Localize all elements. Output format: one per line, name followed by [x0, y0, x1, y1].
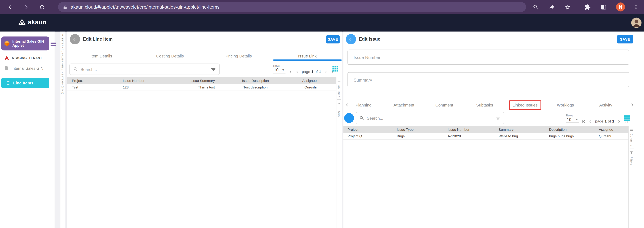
tab-issue-link[interactable]: Issue Link [273, 51, 342, 60]
col-issue-type: Issue Type [397, 127, 448, 131]
issue-number-input[interactable] [354, 55, 623, 60]
akaun-logo[interactable]: akaun [18, 18, 46, 25]
line-item-back-button[interactable] [70, 34, 80, 44]
applet-cube-icon [4, 40, 10, 47]
col-project: Project [348, 127, 397, 131]
rows-per-page-label: Rows [273, 64, 280, 67]
prev-page-icon[interactable] [587, 118, 593, 124]
browser-forward-icon[interactable] [21, 3, 30, 11]
summary-input[interactable] [354, 77, 623, 82]
funnel-icon [630, 151, 634, 155]
lock-icon [63, 5, 67, 9]
tab-costing-details[interactable]: Costing Details [136, 51, 204, 60]
prev-page-icon[interactable] [294, 69, 300, 75]
search-icon [359, 115, 364, 120]
linked-issues-table-header: Project Issue Type Issue Number Summary … [343, 126, 628, 133]
line-item-save-button[interactable]: SAVE [326, 35, 340, 43]
tab-activity[interactable]: Activity [586, 100, 626, 110]
line-item-table-row[interactable]: Test 123 This is test Test description Q… [67, 84, 336, 91]
issue-save-button[interactable]: SAVE [617, 35, 633, 43]
user-avatar[interactable] [631, 18, 642, 28]
tab-linked-issues[interactable]: Linked Issues [505, 100, 545, 110]
akaun-logo-text: akaun [28, 18, 46, 25]
sidebar-collapse-hamburger-icon[interactable] [50, 41, 56, 46]
line-item-table-header: Project Issue Number Issue Summary Issue… [67, 77, 336, 84]
record-tab-index: 1 [62, 31, 64, 36]
next-page-icon[interactable] [616, 118, 622, 124]
tab-pricing-details[interactable]: Pricing Details [204, 51, 273, 60]
col-summary: Summary [498, 127, 549, 131]
filter-list-icon[interactable] [495, 115, 501, 121]
app-header: akaun [0, 14, 644, 32]
add-linked-issue-button[interactable] [344, 113, 354, 123]
linked-issue-table-row[interactable]: Project Q Bugs A-13028 Website bug bugs … [343, 133, 628, 140]
line-item-search-input[interactable] [80, 67, 208, 72]
first-page-icon[interactable] [287, 69, 293, 75]
url-text: akaun.cloud/#/applet/tnt/wavelet/erp/int… [70, 4, 220, 9]
browser-profile-avatar[interactable]: N [616, 2, 625, 12]
line-item-pagination: page 1 of 1 [287, 69, 336, 75]
sidebar-item-tenant[interactable]: STAGING_TENANT [4, 55, 42, 61]
browser-bookmark-star-icon[interactable] [564, 3, 572, 11]
issue-panel-title: Edit Issue [359, 36, 380, 41]
linked-issues-search-box [356, 112, 504, 124]
browser-address-bar[interactable]: akaun.cloud/#/applet/tnt/wavelet/erp/int… [58, 2, 526, 12]
browser-menu-dots-icon[interactable] [632, 3, 640, 11]
grid-view-icon[interactable] [331, 64, 340, 74]
record-vertical-tab[interactable]: 1 INTERNAL SALES GIN LINE ITEMS (6746) [60, 31, 65, 228]
filter-list-icon[interactable] [211, 67, 216, 72]
edit-issue-panel: Edit Issue SAVE Planning Attachment Comm… [343, 31, 644, 228]
filters-toggle[interactable]: Filters [630, 157, 633, 166]
browser-side-panel-icon[interactable] [599, 3, 608, 11]
tab-worklogs[interactable]: Worklogs [545, 100, 586, 110]
sidebar-module-label: Internal Sales GIN [12, 66, 44, 70]
first-page-icon[interactable] [580, 118, 586, 124]
rows-per-page-value: 10 [567, 117, 572, 122]
columns-toggle[interactable]: Columns [630, 134, 633, 146]
col-issue-summary: Issue Summary [174, 79, 215, 83]
right-table-side-rail: Columns Filters [628, 126, 634, 228]
line-item-search-box [70, 64, 220, 75]
tab-planning[interactable]: Planning [343, 100, 384, 110]
record-tab-label: INTERNAL SALES GIN LINE ITEMS (6746) [61, 38, 64, 94]
col-assignee: Assignee [599, 127, 628, 131]
col-issue-number: Issue Number [123, 79, 174, 83]
edit-line-item-panel: Edit Line Item SAVE Item Details Costing… [67, 31, 342, 228]
funnel-icon [337, 102, 341, 106]
rail-divider [337, 100, 341, 100]
col-project: Project [72, 79, 123, 83]
tab-item-details[interactable]: Item Details [67, 51, 136, 60]
document-icon [4, 65, 9, 71]
linked-issues-search-input[interactable] [367, 116, 493, 120]
columns-toggle[interactable]: Columns [338, 85, 340, 97]
columns-lines-icon [337, 79, 341, 83]
tab-comment[interactable]: Comment [424, 100, 464, 110]
tab-attachment[interactable]: Attachment [384, 100, 424, 110]
browser-share-icon[interactable] [548, 3, 556, 11]
rows-per-page-select[interactable]: 10 ▼ [566, 117, 579, 123]
chevron-down-icon: ▼ [576, 118, 578, 121]
browser-extensions-icon[interactable] [583, 3, 592, 11]
sidebar-item-applet[interactable]: Internal Sales GIN Applet [1, 36, 49, 50]
browser-reload-icon[interactable] [38, 3, 46, 11]
tab-subtasks[interactable]: Subtasks [464, 100, 505, 110]
chevron-down-icon: ▼ [282, 68, 285, 71]
col-assignee: Assignee [296, 79, 336, 83]
search-icon [73, 67, 78, 72]
sidebar-line-items-label: Line Items [13, 81, 34, 85]
sidebar-item-module[interactable]: Internal Sales GIN [4, 65, 44, 71]
next-page-icon[interactable] [323, 69, 329, 75]
rows-per-page-select[interactable]: 10 ▼ [273, 68, 286, 73]
browser-search-icon[interactable] [532, 3, 540, 11]
left-table-side-rail: Columns Filters [336, 77, 342, 228]
sidebar-item-line-items[interactable]: Line Items [1, 78, 49, 88]
issue-tabs: Planning Attachment Comment Subtasks Lin… [343, 100, 626, 110]
tabs-scroll-right-icon[interactable] [629, 102, 635, 108]
col-issue-number: Issue Number [448, 127, 498, 131]
issue-back-button[interactable] [346, 34, 356, 44]
col-issue-description: Issue Description [215, 79, 296, 83]
grid-view-icon[interactable] [623, 114, 632, 123]
browser-back-icon[interactable] [6, 3, 15, 11]
filters-toggle[interactable]: Filters [338, 108, 340, 117]
line-item-panel-title: Edit Line Item [83, 36, 112, 41]
